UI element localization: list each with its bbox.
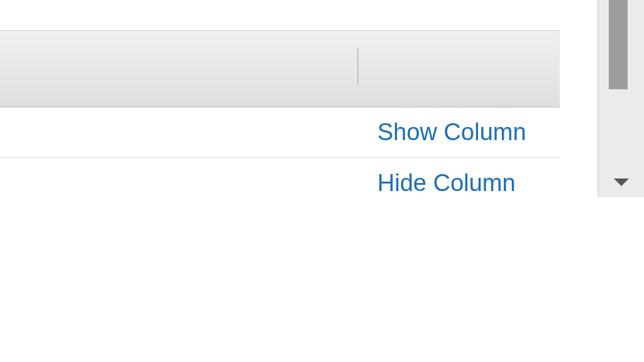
show-column-link[interactable]: Show Column bbox=[377, 119, 526, 146]
column-divider[interactable] bbox=[357, 48, 358, 85]
vertical-scrollbar[interactable] bbox=[597, 0, 644, 197]
menu-row-hide-column[interactable]: Hide Column bbox=[0, 158, 560, 208]
chevron-down-icon[interactable] bbox=[614, 178, 629, 186]
table-header bbox=[0, 30, 560, 107]
menu-row-show-column[interactable]: Show Column bbox=[0, 107, 560, 158]
hide-column-link[interactable]: Hide Column bbox=[377, 170, 516, 197]
scrollbar-thumb[interactable] bbox=[609, 0, 628, 89]
